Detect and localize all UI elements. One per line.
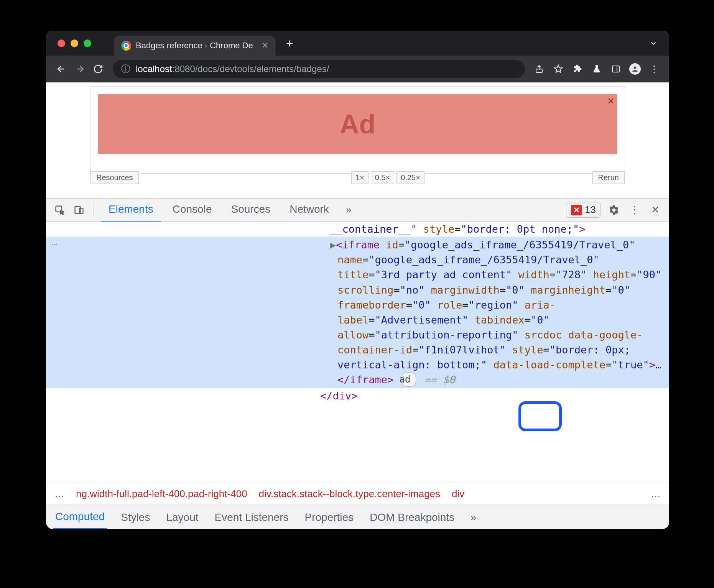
back-button[interactable] xyxy=(54,61,69,77)
crumb-3[interactable]: div xyxy=(452,488,464,500)
highlight-ring xyxy=(518,401,562,431)
styles-tab-bar: Computed Styles Layout Event Listeners P… xyxy=(46,504,669,529)
dom-tree[interactable]: __container__" style="border: 0pt none;"… xyxy=(46,222,669,484)
svg-point-3 xyxy=(634,66,637,69)
div-close-tag: </div> xyxy=(320,390,358,402)
stab-computed[interactable]: Computed xyxy=(53,504,107,529)
bookmark-icon[interactable] xyxy=(551,62,566,76)
url-path: /docs/devtools/elements/badges/ xyxy=(195,64,329,74)
labs-icon[interactable] xyxy=(589,62,604,76)
crumb-overflow-right[interactable]: … xyxy=(651,488,661,500)
device-toggle-icon[interactable] xyxy=(71,202,87,218)
inspect-icon[interactable] xyxy=(52,202,67,218)
rerun-button[interactable]: Rerun xyxy=(592,171,625,184)
ad-placeholder[interactable]: ✕ Ad xyxy=(98,94,617,154)
svg-rect-1 xyxy=(612,66,619,72)
crumb-1[interactable]: ng.width-full.pad-left-400.pad-right-400 xyxy=(76,488,247,500)
tab-network[interactable]: Network xyxy=(282,198,337,222)
tab-strip: Badges reference - Chrome De ✕ ＋ xyxy=(46,31,669,56)
site-info-icon[interactable]: ⓘ xyxy=(121,63,130,75)
tab-console[interactable]: Console xyxy=(165,198,220,222)
zoom-1x[interactable]: 1× xyxy=(351,171,369,184)
chrome-favicon-icon xyxy=(121,41,131,51)
devtools-close-icon[interactable]: ✕ xyxy=(648,202,663,218)
tab-dropdown-icon[interactable] xyxy=(649,39,658,48)
tab-sources[interactable]: Sources xyxy=(223,198,278,222)
menu-icon[interactable]: ⋮ xyxy=(647,62,661,76)
selected-node[interactable]: ⋯ ▶<iframe id="google_ads_iframe_/635541… xyxy=(46,237,669,388)
resources-tab[interactable]: Resources xyxy=(90,171,139,184)
demo-frame: ✕ Ad Resources 1× 0.5× 0.25× Rerun xyxy=(90,86,625,174)
minimize-window-button[interactable] xyxy=(71,39,78,47)
browser-toolbar: ⓘ localhost:8080/docs/devtools/elements/… xyxy=(46,56,669,82)
tab-title: Badges reference - Chrome De xyxy=(136,41,253,51)
stab-layout[interactable]: Layout xyxy=(164,504,201,529)
crumb-overflow-left[interactable]: … xyxy=(54,488,64,500)
stab-styles[interactable]: Styles xyxy=(118,504,152,529)
zoom-05x[interactable]: 0.5× xyxy=(371,171,394,184)
error-count: 13 xyxy=(585,204,596,216)
crumb-2[interactable]: div.stack.stack--block.type.center-image… xyxy=(259,488,440,500)
profile-avatar[interactable] xyxy=(628,62,642,76)
stab-event-listeners[interactable]: Event Listeners xyxy=(212,504,291,529)
close-window-button[interactable] xyxy=(58,39,65,47)
stab-more-icon[interactable]: » xyxy=(468,504,479,529)
page-viewport: ✕ Ad Resources 1× 0.5× 0.25× Rerun xyxy=(46,82,669,198)
address-bar[interactable]: ⓘ localhost:8080/docs/devtools/elements/… xyxy=(113,60,525,78)
stab-dom-breakpoints[interactable]: DOM Breakpoints xyxy=(367,504,457,529)
toolbar-actions: ⋮ xyxy=(532,62,661,76)
browser-window: Badges reference - Chrome De ✕ ＋ ⓘ local… xyxy=(46,31,669,529)
ad-badge[interactable]: ad xyxy=(401,373,416,387)
error-icon: ✕ xyxy=(571,205,582,215)
window-controls xyxy=(58,39,91,47)
reload-button[interactable] xyxy=(90,61,106,77)
devtools-toolbar: Elements Console Sources Network » ✕ 13 … xyxy=(46,199,669,222)
devtools-panel: Elements Console Sources Network » ✕ 13 … xyxy=(46,198,669,529)
url-port: :8080 xyxy=(172,64,195,74)
ad-label: Ad xyxy=(340,109,375,140)
zoom-025x[interactable]: 0.25× xyxy=(396,171,424,184)
extensions-icon[interactable] xyxy=(570,62,585,76)
ad-close-icon[interactable]: ✕ xyxy=(607,96,615,107)
new-tab-button[interactable]: ＋ xyxy=(284,35,295,51)
settings-icon[interactable] xyxy=(606,202,622,218)
browser-tab[interactable]: Badges reference - Chrome De ✕ xyxy=(114,36,275,56)
gutter-dots-icon[interactable]: ⋯ xyxy=(51,237,58,252)
tab-elements[interactable]: Elements xyxy=(101,198,161,222)
more-tabs-icon[interactable]: » xyxy=(341,204,357,216)
zoom-controls: 1× 0.5× 0.25× xyxy=(351,171,424,184)
side-panel-icon[interactable] xyxy=(609,62,623,76)
forward-button[interactable] xyxy=(72,61,87,77)
breadcrumb-bar[interactable]: … ng.width-full.pad-left-400.pad-right-4… xyxy=(46,484,669,504)
eq-dollar-zero: == $0 xyxy=(418,374,455,386)
devtools-menu-icon[interactable]: ⋮ xyxy=(627,202,642,218)
url-host: localhost xyxy=(136,64,172,74)
share-icon[interactable] xyxy=(532,62,546,76)
stab-properties[interactable]: Properties xyxy=(303,504,356,529)
tab-close-icon[interactable]: ✕ xyxy=(262,41,268,51)
error-count-badge[interactable]: ✕ 13 xyxy=(566,202,601,218)
maximize-window-button[interactable] xyxy=(84,39,91,47)
